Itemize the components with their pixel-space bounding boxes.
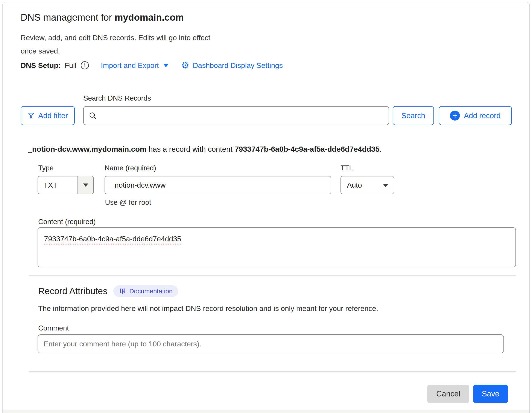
import-export-link[interactable]: Import and Export — [101, 61, 169, 70]
add-filter-label: Add filter — [38, 111, 68, 120]
ttl-select-value: Auto — [347, 176, 362, 194]
type-select[interactable]: TXT — [38, 176, 94, 194]
section-divider — [29, 275, 516, 276]
import-export-label: Import and Export — [101, 61, 159, 70]
dns-setup-label: DNS Setup: — [21, 61, 61, 70]
cancel-button[interactable]: Cancel — [427, 385, 469, 403]
page-title-domain: mydomain.com — [115, 12, 184, 23]
search-button[interactable]: Search — [393, 106, 434, 125]
name-helper-text: Use @ for root — [105, 198, 151, 206]
record-attributes-heading: Record Attributes — [38, 286, 107, 296]
cancel-button-label: Cancel — [436, 389, 460, 398]
add-record-button[interactable]: + Add record — [439, 106, 512, 125]
documentation-label: Documentation — [129, 287, 173, 295]
record-exists-notice: _notion-dcv.www.mydomain.com has a recor… — [28, 145, 382, 153]
comment-label: Comment — [38, 324, 69, 332]
gear-icon: ⚙︎ — [181, 61, 189, 70]
save-button[interactable]: Save — [473, 385, 508, 403]
dns-management-card: DNS management for mydomain.com Review, … — [2, 2, 530, 413]
content-value: 7933747b-6a0b-4c9a-af5a-dde6d7e4dd35 — [44, 235, 181, 243]
search-dns-records-label: Search DNS Records — [83, 94, 151, 102]
documentation-link[interactable]: Documentation — [113, 285, 178, 297]
search-input-wrap[interactable] — [83, 106, 389, 125]
type-select-value: TXT — [44, 176, 57, 194]
search-button-label: Search — [401, 111, 425, 120]
ttl-label: TTL — [341, 164, 353, 172]
name-input[interactable] — [104, 176, 331, 194]
search-input[interactable] — [100, 108, 389, 123]
chevron-down-icon — [83, 184, 88, 187]
content-label: Content (required) — [38, 218, 96, 226]
footer-divider — [29, 371, 516, 372]
name-label: Name (required) — [104, 164, 156, 172]
notice-record-name: _notion-dcv.www.mydomain.com — [28, 145, 146, 153]
page-subtitle: Review, add, and edit DNS records. Edits… — [21, 31, 215, 58]
info-circle-icon[interactable]: i — [81, 61, 89, 69]
add-filter-button[interactable]: Add filter — [21, 106, 75, 125]
dashboard-display-settings-link[interactable]: Dashboard Display Settings — [193, 61, 283, 70]
notice-middle: has a record with content — [146, 145, 235, 153]
type-label: Type — [38, 164, 54, 172]
chevron-down-icon — [383, 184, 388, 187]
comment-input[interactable] — [38, 334, 504, 353]
ttl-select[interactable]: Auto — [341, 176, 394, 194]
page-title-prefix: DNS management for — [21, 12, 115, 23]
add-record-label: Add record — [464, 111, 500, 120]
notice-record-content: 7933747b-6a0b-4c9a-af5a-dde6d7e4dd35 — [235, 145, 380, 153]
type-select-arrow-segment[interactable] — [77, 176, 93, 194]
record-attributes-description: The information provided here will not i… — [38, 304, 378, 313]
open-book-icon — [119, 287, 126, 295]
save-button-label: Save — [482, 389, 499, 398]
chevron-down-icon — [163, 64, 169, 67]
next-section-background — [3, 410, 529, 413]
notice-suffix: . — [380, 145, 382, 153]
dns-setup-value: Full — [65, 61, 76, 70]
funnel-icon — [28, 112, 35, 119]
magnifier-icon — [88, 111, 97, 120]
content-textarea[interactable]: 7933747b-6a0b-4c9a-af5a-dde6d7e4dd35 — [38, 227, 516, 267]
dns-setup-row: DNS Setup: Full i Import and Export ⚙︎ D… — [21, 60, 283, 71]
plus-circle-icon: + — [450, 111, 460, 120]
record-attributes-header: Record Attributes Documentation — [38, 285, 178, 297]
page-title: DNS management for mydomain.com — [21, 12, 184, 23]
